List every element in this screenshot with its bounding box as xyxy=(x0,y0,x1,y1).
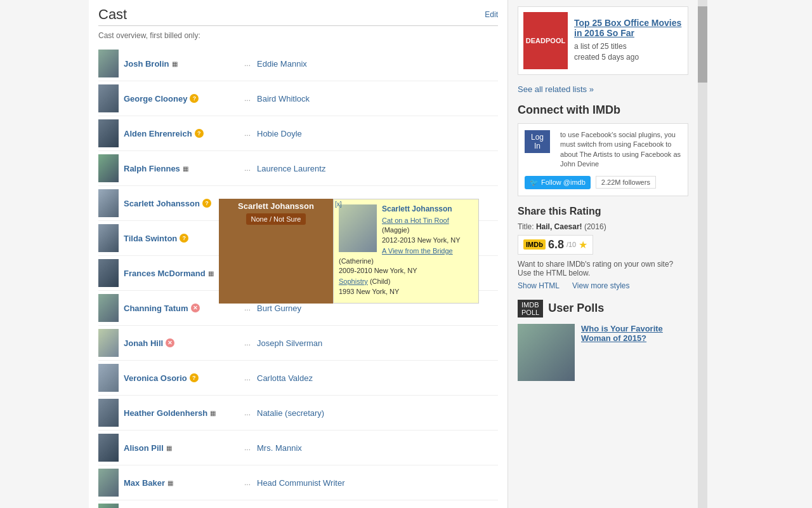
actor-name-link[interactable]: Frances McDormand xyxy=(124,269,206,278)
actor-name-link[interactable]: George Clooney xyxy=(124,94,187,104)
sidebar-list-item: DEADPOOL Top 25 Box Office Movies in 201… xyxy=(518,6,688,75)
share-section: Share this Rating Title: Hail, Caesar! (… xyxy=(518,206,688,290)
question-badge[interactable]: ? xyxy=(190,94,199,103)
role-link[interactable]: Hobie Doyle xyxy=(257,129,302,138)
actor-name-link[interactable]: Jonah Hill xyxy=(124,338,163,348)
cast-title: Cast xyxy=(98,6,127,23)
scrollbar-thumb[interactable] xyxy=(698,6,707,83)
actor-name-link[interactable]: Max Baker xyxy=(124,478,165,488)
actor-thumb xyxy=(98,259,119,287)
actor-thumb xyxy=(98,399,119,427)
tooltip-actor-name: Scarlett Johansson xyxy=(238,201,314,211)
role-link[interactable]: Baird Whitlock xyxy=(257,94,310,104)
filmography-icon: ▦ xyxy=(183,165,188,172)
rating-badge: IMDb 6.8 /10 ★ xyxy=(518,235,593,255)
actor-thumb xyxy=(98,504,119,508)
role-link[interactable]: Natalie (secretary) xyxy=(257,408,324,418)
sidebar-list-img: DEADPOOL xyxy=(523,12,568,69)
ellipsis: ... xyxy=(238,129,257,138)
actor-name-link[interactable]: Josh Brolin xyxy=(124,59,169,69)
imdb-logo: IMDb xyxy=(523,239,546,250)
polls-title: User Polls xyxy=(548,302,604,315)
role-link[interactable]: Laurence Laurentz xyxy=(257,164,325,173)
role-link[interactable]: Carlotta Valdez xyxy=(257,373,313,383)
actor-thumb xyxy=(98,50,119,77)
show-html-link[interactable]: Show HTML xyxy=(518,281,560,290)
connect-box: Log In to use Facebook's social plugins,… xyxy=(518,123,688,196)
right-sidebar: DEADPOOL Top 25 Box Office Movies in 201… xyxy=(508,0,698,508)
tooltip-close-button[interactable]: [x] xyxy=(335,201,342,208)
filmography-icon: ▦ xyxy=(166,444,172,451)
remove-badge[interactable]: ✕ xyxy=(191,304,200,312)
tooltip-actor-image xyxy=(339,204,377,252)
tooltip-role-link[interactable]: Cat on a Hot Tin Roof xyxy=(382,217,449,224)
remove-badge[interactable]: ✕ xyxy=(166,338,174,347)
actor-thumb xyxy=(98,154,119,182)
actor-thumb xyxy=(98,364,119,392)
ellipsis: ... xyxy=(238,408,257,417)
role-link[interactable]: Eddie Mannix xyxy=(257,59,307,69)
actor-name-col: Josh Brolin▦ xyxy=(124,59,238,69)
tooltip-role-link[interactable]: Sophistry xyxy=(339,277,368,285)
actor-thumb xyxy=(98,434,119,462)
actor-name-col: Ralph Fiennes▦ xyxy=(124,164,238,173)
actor-name-link[interactable]: Channing Tatum xyxy=(124,304,188,313)
scrollbar[interactable] xyxy=(698,0,707,508)
actor-name-col: Veronica Osorio? xyxy=(124,373,238,383)
poll-item: Who is Your Favorite Woman of 2015? xyxy=(518,324,688,381)
cast-row: Ralph Fiennes▦...Laurence Laurentz xyxy=(98,151,498,186)
tooltip-right-panel: [x]Scarlett JohanssonCat on a Hot Tin Ro… xyxy=(333,199,479,304)
cast-row: Jonah Hill✕...Joseph Silverman xyxy=(98,326,498,361)
actor-thumb xyxy=(98,189,119,217)
sidebar-list-title[interactable]: Top 25 Box Office Movies in 2016 So Far xyxy=(574,18,683,38)
role-link[interactable]: Joseph Silverman xyxy=(257,338,322,348)
edit-link[interactable]: Edit xyxy=(485,10,498,19)
cast-row: Alden Ehrenreich?...Hobie Doyle xyxy=(98,116,498,151)
cast-row: Alison Pill▦...Mrs. Mannix xyxy=(98,431,498,465)
actor-thumb xyxy=(98,224,119,252)
cast-row: George Clooney?...Baird Whitlock xyxy=(98,81,498,116)
actor-name-link[interactable]: Ralph Fiennes xyxy=(124,164,180,173)
actor-name-col: Alison Pill▦ xyxy=(124,443,238,453)
question-badge[interactable]: ? xyxy=(180,234,188,243)
actor-name-link[interactable]: Alison Pill xyxy=(124,443,164,453)
share-links: Show HTML View more styles xyxy=(518,281,688,290)
actor-name-col: Heather Goldenhersh▦ xyxy=(124,408,238,418)
rating-score: 6.8 xyxy=(548,238,564,251)
poll-badge: IMDBPOLL xyxy=(518,300,543,318)
question-badge[interactable]: ? xyxy=(195,129,204,138)
role-col: Head Communist Writer xyxy=(257,478,498,488)
see-all-link[interactable]: See all related lists » xyxy=(518,84,594,94)
login-button[interactable]: Log In xyxy=(525,130,550,153)
filmography-icon: ▦ xyxy=(172,60,178,67)
role-col: Laurence Laurentz xyxy=(257,164,498,173)
role-link[interactable]: Mrs. Mannix xyxy=(257,443,302,453)
view-styles-link[interactable]: View more styles xyxy=(572,281,629,290)
role-link[interactable]: Head Communist Writer xyxy=(257,478,344,488)
role-col: Mrs. Mannix xyxy=(257,443,498,453)
left-spacer xyxy=(0,0,89,508)
rating-title-line: Title: Hail, Caesar! (2016) xyxy=(518,222,688,231)
actor-name-link[interactable]: Scarlett Johansson xyxy=(124,199,200,208)
actor-name-link[interactable]: Heather Goldenhersh xyxy=(124,408,207,418)
deadpool-logo: DEADPOOL xyxy=(523,34,568,47)
actor-name-link[interactable]: Veronica Osorio xyxy=(124,373,187,383)
question-badge[interactable]: ? xyxy=(202,199,211,208)
twitter-followers: 2.22M followers xyxy=(596,176,656,189)
twitter-follow-button[interactable]: 🐦 Follow @imdb xyxy=(525,176,591,189)
sidebar-list-info: Top 25 Box Office Movies in 2016 So Far … xyxy=(574,12,683,69)
question-badge[interactable]: ? xyxy=(190,373,199,382)
tooltip-entry: Sophistry (Child)1993 New York, NY xyxy=(339,277,473,297)
title-label: Title: xyxy=(518,222,534,231)
tooltip-none-button[interactable]: None / Not Sure xyxy=(246,213,306,225)
actor-name-link[interactable]: Alden Ehrenreich xyxy=(124,129,192,138)
role-link[interactable]: Burt Gurney xyxy=(257,304,301,313)
poll-question[interactable]: Who is Your Favorite Woman of 2015? xyxy=(581,324,688,381)
actor-name-link[interactable]: Tilda Swinton xyxy=(124,234,177,243)
ellipsis: ... xyxy=(238,478,257,487)
filmography-icon: ▦ xyxy=(210,410,216,417)
main-content: Cast Edit Cast overview, first billed on… xyxy=(89,0,508,508)
actor-name-col: Jonah Hill✕ xyxy=(124,338,238,348)
share-title: Share this Rating xyxy=(518,206,688,217)
tooltip-role-link[interactable]: A View from the Bridge xyxy=(382,247,453,255)
